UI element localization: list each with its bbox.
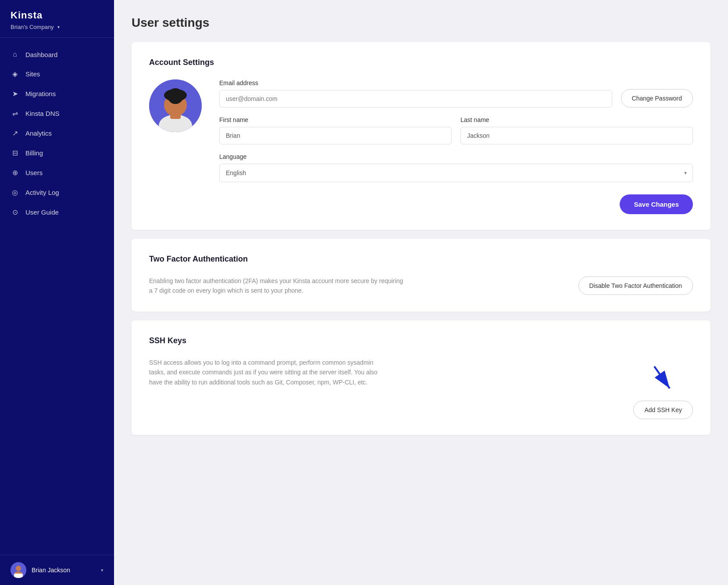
ssh-title: SSH Keys xyxy=(149,336,693,345)
language-label: Language xyxy=(219,153,693,160)
sidebar-item-kinsta-dns[interactable]: ⇌ Kinsta DNS xyxy=(0,104,114,123)
add-ssh-key-button[interactable]: Add SSH Key xyxy=(633,401,693,419)
first-name-label: First name xyxy=(219,116,452,123)
analytics-icon: ↗ xyxy=(11,129,19,137)
ssh-keys-card: SSH Keys SSH access allows you to log in… xyxy=(132,320,710,435)
footer-username: Brian Jackson xyxy=(32,567,96,574)
svg-point-1 xyxy=(16,566,21,571)
home-icon: ⌂ xyxy=(11,50,19,58)
account-settings-card: Account Settings xyxy=(132,42,710,230)
user-avatar xyxy=(11,562,26,578)
sidebar-nav: ⌂ Dashboard ◈ Sites ➤ Migrations ⇌ Kinst… xyxy=(0,38,114,555)
account-settings-title: Account Settings xyxy=(149,58,693,67)
sidebar-item-label: Users xyxy=(25,169,43,176)
email-label: Email address xyxy=(219,79,612,86)
main-content: User settings Account Settings xyxy=(114,0,728,585)
ssh-description: SSH access allows you to log into a comm… xyxy=(149,358,386,387)
svg-rect-3 xyxy=(14,574,23,578)
sidebar-item-dashboard[interactable]: ⌂ Dashboard xyxy=(0,45,114,64)
sidebar-item-analytics[interactable]: ↗ Analytics xyxy=(0,123,114,143)
user-footer[interactable]: Brian Jackson ▾ xyxy=(0,555,114,585)
last-name-group: Last name xyxy=(460,116,693,144)
sidebar-item-migrations[interactable]: ➤ Migrations xyxy=(0,84,114,104)
sidebar-item-label: Kinsta DNS xyxy=(25,110,60,117)
user-guide-icon: ⊙ xyxy=(11,208,19,216)
svg-point-9 xyxy=(168,88,183,104)
disable-tfa-button[interactable]: Disable Two Factor Authentication xyxy=(578,276,693,295)
svg-line-11 xyxy=(654,366,670,388)
sidebar-item-billing[interactable]: ⊟ Billing xyxy=(0,143,114,163)
language-select-wrapper: English Spanish French German ▾ xyxy=(219,164,693,182)
language-row: Language English Spanish French German ▾ xyxy=(219,153,693,182)
names-row: First name Last name xyxy=(219,116,693,144)
tfa-description: Enabling two factor authentication (2FA)… xyxy=(149,276,403,296)
sidebar: Kinsta Brian's Company ▾ ⌂ Dashboard ◈ S… xyxy=(0,0,114,585)
first-name-input[interactable] xyxy=(219,127,452,144)
brand-logo: Kinsta xyxy=(11,10,103,21)
account-form: Email address Change Password First name… xyxy=(219,79,693,214)
footer-chevron-icon: ▾ xyxy=(101,567,103,573)
avatar-section xyxy=(149,79,202,132)
email-row: Email address Change Password xyxy=(219,79,693,108)
user-avatar-large xyxy=(149,79,202,132)
last-name-input[interactable] xyxy=(460,127,693,144)
sidebar-item-sites[interactable]: ◈ Sites xyxy=(0,64,114,84)
form-actions: Save Changes xyxy=(219,194,693,214)
billing-icon: ⊟ xyxy=(11,149,19,157)
arrow-icon xyxy=(646,362,681,397)
sidebar-item-label: Sites xyxy=(25,70,40,78)
migrations-icon: ➤ xyxy=(11,90,19,98)
sidebar-item-label: Analytics xyxy=(25,129,52,137)
sidebar-item-label: Dashboard xyxy=(25,51,57,58)
tfa-title: Two Factor Authentication xyxy=(149,255,693,264)
sites-icon: ◈ xyxy=(11,70,19,78)
sidebar-item-label: User Guide xyxy=(25,208,59,216)
change-password-button[interactable]: Change Password xyxy=(621,89,693,108)
company-selector[interactable]: Brian's Company ▾ xyxy=(11,24,103,30)
language-select[interactable]: English Spanish French German xyxy=(219,164,693,182)
activity-log-icon: ◎ xyxy=(11,188,19,197)
page-title: User settings xyxy=(132,16,710,30)
sidebar-item-label: Migrations xyxy=(25,90,56,97)
email-input[interactable] xyxy=(219,90,612,108)
dns-icon: ⇌ xyxy=(11,109,19,118)
sidebar-header: Kinsta Brian's Company ▾ xyxy=(0,0,114,38)
sidebar-item-user-guide[interactable]: ⊙ User Guide xyxy=(0,202,114,222)
sidebar-item-activity-log[interactable]: ◎ Activity Log xyxy=(0,183,114,202)
ssh-body: SSH access allows you to log into a comm… xyxy=(149,358,693,419)
company-name: Brian's Company xyxy=(11,24,54,30)
sidebar-item-users[interactable]: ⊕ Users xyxy=(0,163,114,183)
users-icon: ⊕ xyxy=(11,169,19,177)
save-changes-button[interactable]: Save Changes xyxy=(620,194,693,214)
tfa-body: Enabling two factor authentication (2FA)… xyxy=(149,276,693,296)
last-name-label: Last name xyxy=(460,116,693,123)
first-name-group: First name xyxy=(219,116,452,144)
sidebar-item-label: Activity Log xyxy=(25,189,59,196)
email-group: Email address xyxy=(219,79,612,108)
ssh-actions: Add SSH Key xyxy=(633,358,693,419)
sidebar-item-label: Billing xyxy=(25,149,43,157)
chevron-down-icon: ▾ xyxy=(57,25,60,29)
two-factor-auth-card: Two Factor Authentication Enabling two f… xyxy=(132,239,710,312)
